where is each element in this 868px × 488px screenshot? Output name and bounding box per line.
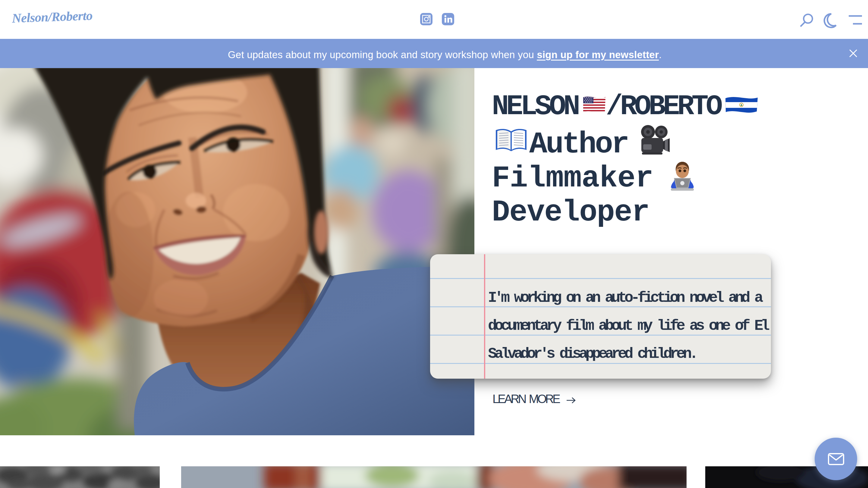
svg-text:Nelson/Roberto: Nelson/Roberto: [12, 10, 93, 25]
